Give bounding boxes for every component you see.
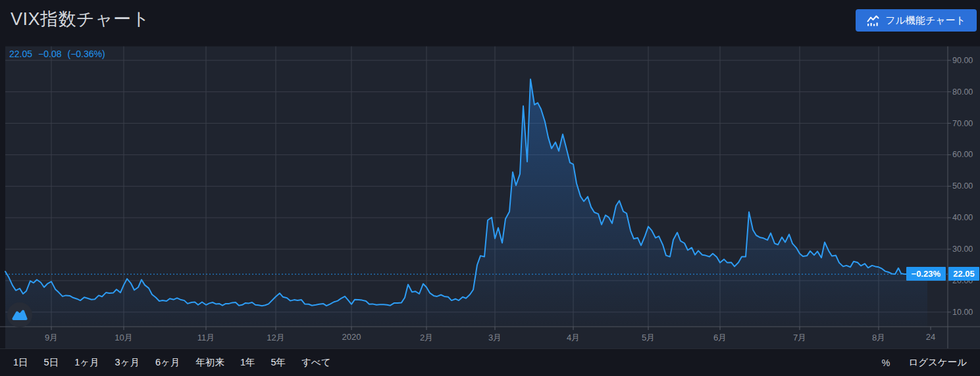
chart-canvas — [0, 41, 980, 348]
range-button-5日[interactable]: 5日 — [44, 356, 59, 369]
page-title: VIX指数チャート — [11, 7, 150, 31]
chart-header: VIX指数チャート フル機能チャート — [0, 0, 980, 41]
current-price-badge: 22.05 — [948, 267, 979, 281]
time-axis-label: 2020 — [342, 332, 361, 342]
time-axis-label: 8月 — [872, 332, 885, 344]
legend-change-percent: (−0.36%) — [67, 49, 105, 59]
price-axis-label: 30.00 — [952, 244, 973, 254]
range-button-1年[interactable]: 1年 — [240, 356, 255, 369]
legend-change: −0.08 — [38, 49, 61, 59]
range-buttons: 1日5日1ヶ月3ヶ月6ヶ月年初来1年5年すべて — [13, 356, 331, 369]
scale-controls: % ログスケール — [881, 356, 967, 369]
time-axis-label: 9月 — [45, 332, 58, 344]
price-chart: 22.05 −0.08 (−0.36%) 90.0080.0070.0060.0… — [0, 41, 980, 348]
legend-last-price: 22.05 — [9, 49, 32, 59]
price-axis-label: 40.00 — [952, 212, 973, 223]
time-axis-label: 7月 — [793, 332, 806, 344]
time-axis-label: 24 — [926, 332, 935, 342]
price-axis-label: 50.00 — [952, 181, 973, 191]
time-axis-label: 6月 — [713, 332, 727, 344]
time-axis-label: 4月 — [567, 332, 580, 344]
time-axis-label: 10月 — [115, 332, 132, 344]
range-button-年初来[interactable]: 年初来 — [195, 356, 224, 369]
range-button-6ヶ月[interactable]: 6ヶ月 — [155, 356, 180, 369]
time-axis-label: 12月 — [267, 332, 284, 344]
time-axis-label: 2月 — [420, 332, 433, 344]
time-axis-label: 11月 — [197, 332, 215, 344]
price-axis-label: 90.00 — [952, 55, 973, 66]
tradingview-logo[interactable] — [7, 302, 32, 327]
full-chart-button-label: フル機能チャート — [885, 14, 966, 27]
area-chart-icon — [867, 15, 879, 26]
full-chart-button[interactable]: フル機能チャート — [856, 9, 977, 32]
price-axis-label: 60.00 — [952, 149, 973, 160]
range-button-3ヶ月[interactable]: 3ヶ月 — [115, 356, 140, 369]
mountain-chart-icon — [12, 308, 28, 321]
price-axis-label: 70.00 — [952, 118, 973, 129]
percent-scale-toggle[interactable]: % — [881, 358, 890, 368]
range-button-5年[interactable]: 5年 — [271, 356, 286, 369]
price-axis-label: 80.00 — [952, 87, 973, 97]
log-scale-toggle[interactable]: ログスケール — [908, 356, 967, 369]
range-button-すべて[interactable]: すべて — [301, 356, 331, 369]
chart-legend: 22.05 −0.08 (−0.36%) — [9, 49, 105, 59]
range-button-1ヶ月[interactable]: 1ヶ月 — [74, 356, 99, 369]
time-axis-label: 3月 — [488, 332, 502, 344]
range-toolbar: 1日5日1ヶ月3ヶ月6ヶ月年初来1年5年すべて % ログスケール — [0, 348, 980, 376]
time-axis-label: 5月 — [642, 332, 655, 344]
range-button-1日[interactable]: 1日 — [13, 356, 28, 369]
price-axis-label: 10.00 — [952, 307, 973, 317]
current-change-badge: −0.23% — [906, 267, 946, 281]
